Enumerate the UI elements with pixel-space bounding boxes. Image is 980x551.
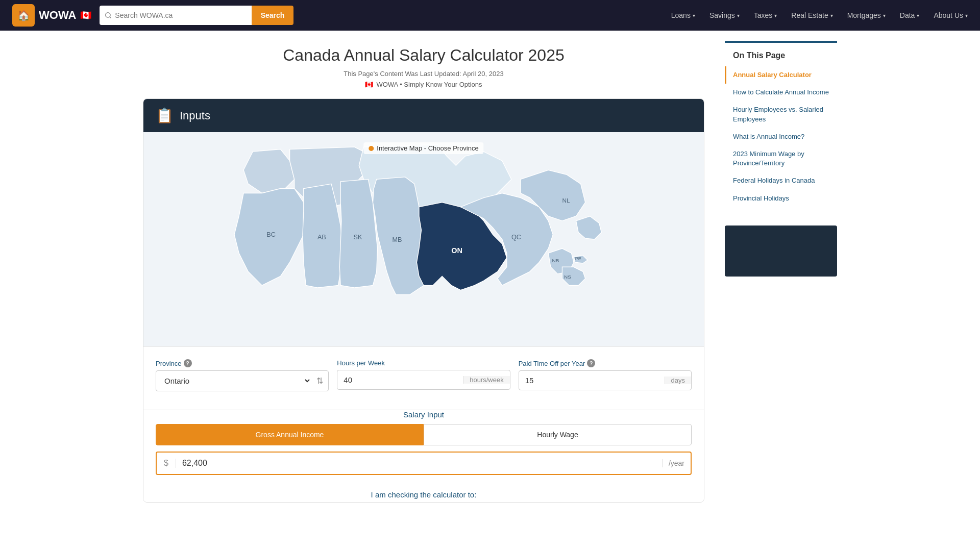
hours-group: Hours per Week hours/week [337,359,510,391]
calculator-header: 📋 Inputs [143,99,704,132]
toc-item-federal-holidays[interactable]: Federal Holidays in Canada [725,172,837,189]
chevron-down-icon: ▾ [883,13,886,18]
toc-item-annual-salary[interactable]: Annual Salary Calculator [725,66,837,84]
ns-label: NS [564,274,571,280]
pto-label: Paid Time Off per Year ? [519,359,692,367]
pto-unit: days [665,377,691,384]
chevron-down-icon: ▾ [693,13,695,18]
search-button[interactable]: Search [252,6,294,25]
map-label-text: Interactive Map - Choose Province [377,144,478,152]
year-unit: /year [662,459,691,467]
pto-help-icon[interactable]: ? [587,359,595,367]
sidebar: On This Page Annual Salary Calculator Ho… [715,31,837,518]
salary-value-wrap: $ /year [156,452,692,475]
svg-line-1 [110,17,111,18]
chevron-down-icon: ▾ [917,13,919,18]
dollar-sign-icon: $ [157,459,176,468]
qc-label: QC [511,234,521,241]
pto-group: Paid Time Off per Year ? days [519,359,692,391]
nav-data[interactable]: Data ▾ [900,11,920,19]
search-input-wrap [100,6,251,25]
pe-label: PE [575,256,581,261]
chevron-down-icon: ▾ [774,13,777,18]
map-container[interactable]: Interactive Map - Choose Province [143,132,704,346]
nav-savings[interactable]: Savings ▾ [709,11,740,19]
checking-label: I am checking the calculator to: [143,485,704,502]
nav-real-estate[interactable]: Real Estate ▾ [791,11,832,19]
bc-label: BC [266,231,276,238]
hours-input[interactable] [337,370,463,389]
search-area: Search [100,6,293,25]
mb-label: MB [392,236,402,243]
navbar: 🏠 WOWA 🇨🇦 Search Loans ▾ Savings ▾ Taxes… [0,0,980,31]
on-this-page-box: On This Page Annual Salary Calculator Ho… [725,41,837,215]
search-input[interactable] [115,11,246,19]
nav-taxes[interactable]: Taxes ▾ [754,11,777,19]
brand-tagline: WOWA • Simply Know Your Options [376,81,482,88]
tab-hourly-wage[interactable]: Hourly Wage [424,424,692,445]
salary-input-section: Salary Input Gross Annual Income Hourly … [143,410,704,485]
on-this-page-title: On This Page [725,51,837,66]
hours-unit: hours/week [463,376,509,384]
canada-map[interactable]: BC AB SK MB ON QC NL NB NS PE [225,142,623,336]
toc-item-minimum-wage[interactable]: 2023 Minimum Wage by Province/Territory [725,145,837,172]
hours-field-wrap: hours/week [337,370,510,390]
on-label: ON [451,246,462,255]
canada-flag-inline: 🇨🇦 [365,81,373,88]
svg-point-0 [106,13,110,17]
canada-flag: 🇨🇦 [80,10,91,21]
province-yt[interactable] [243,149,295,193]
tab-gross-annual[interactable]: Gross Annual Income [156,424,424,445]
input-row: Province ? Ontario Alberta British Colum… [156,359,692,391]
orange-dot-icon [369,146,374,151]
salary-tabs: Gross Annual Income Hourly Wage [156,424,692,445]
select-arrows-icon: ⇅ [311,376,328,386]
calculator-header-icon: 📋 [156,107,174,124]
hours-label: Hours per Week [337,359,510,367]
pto-input[interactable] [519,371,665,390]
sk-label: SK [353,234,362,241]
logo[interactable]: 🏠 WOWA 🇨🇦 [12,4,91,27]
toc-item-how-to-calculate[interactable]: How to Calculate Annual Income [725,84,837,101]
search-icon [105,12,112,19]
province-select[interactable]: Ontario Alberta British Columbia Manitob… [156,371,311,391]
nav-about-us[interactable]: About Us ▾ [934,11,968,19]
toc-item-provincial-holidays[interactable]: Provincial Holidays [725,190,837,207]
province-group: Province ? Ontario Alberta British Colum… [156,359,329,391]
inputs-section: Province ? Ontario Alberta British Colum… [143,346,704,410]
nb-label: NB [552,258,559,263]
chevron-down-icon: ▾ [830,13,833,18]
calculator-header-label: Inputs [180,109,210,122]
chevron-down-icon: ▾ [965,13,968,18]
toc-item-what-is-annual[interactable]: What is Annual Income? [725,128,837,145]
map-label: Interactive Map - Choose Province [363,142,483,154]
province-nl-island[interactable] [576,216,602,239]
nav-loans[interactable]: Loans ▾ [671,11,695,19]
last-updated: This Page's Content Was Last Updated: Ap… [143,70,704,78]
ab-label: AB [317,234,326,241]
province-label: Province ? [156,359,329,367]
pto-field-wrap: days [519,370,692,390]
calculator-card: 📋 Inputs Interactive Map - Choose Provin… [143,98,704,503]
chevron-down-icon: ▾ [737,13,740,18]
brand-line: 🇨🇦 WOWA • Simply Know Your Options [143,81,704,88]
sidebar-advertisement [725,226,837,277]
nav-mortgages[interactable]: Mortgages ▾ [847,11,886,19]
page-content: Canada Annual Salary Calculator 2025 Thi… [133,31,847,518]
page-title: Canada Annual Salary Calculator 2025 [143,46,704,65]
salary-input[interactable] [176,453,662,474]
brand-name: WOWA [39,9,76,22]
logo-icon: 🏠 [12,4,35,27]
nl-label: NL [562,197,570,204]
main-column: Canada Annual Salary Calculator 2025 Thi… [143,31,715,518]
nav-links: Loans ▾ Savings ▾ Taxes ▾ Real Estate ▾ … [671,11,968,19]
salary-input-label: Salary Input [156,410,692,419]
toc-item-hourly-vs-salaried[interactable]: Hourly Employees vs. Salaried Employees [725,101,837,128]
province-help-icon[interactable]: ? [184,359,192,367]
province-field-wrap: Ontario Alberta British Columbia Manitob… [156,370,329,391]
